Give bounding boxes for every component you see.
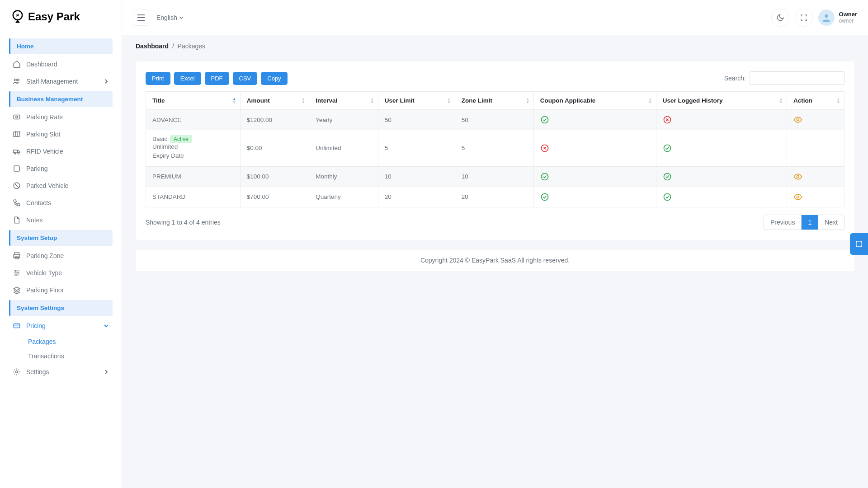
- user-role: owner: [839, 18, 857, 24]
- check-icon: [663, 144, 780, 153]
- csv-button[interactable]: CSV: [233, 72, 258, 85]
- table-row: BasicActiveUnlimitedExpiry Date$0.00Unli…: [146, 130, 844, 167]
- nav-section: System Setup: [9, 230, 113, 246]
- sidebar-item-label: Vehicle Type: [26, 269, 62, 277]
- cell-interval: Monthly: [309, 166, 378, 187]
- svg-point-3: [17, 79, 19, 81]
- col-interval[interactable]: Interval▲▼: [309, 92, 378, 110]
- svg-rect-9: [14, 166, 19, 171]
- svg-point-15: [18, 272, 19, 274]
- view-button[interactable]: [793, 115, 838, 124]
- cell-amount: $0.00: [240, 130, 309, 167]
- cell-coupon: [533, 187, 656, 207]
- search-input[interactable]: [750, 71, 844, 85]
- check-icon: [540, 172, 650, 181]
- cell-interval: Unlimited: [309, 130, 378, 167]
- sidebar-item[interactable]: Parking Zone: [9, 247, 113, 264]
- cell-user-limit: 50: [378, 110, 455, 130]
- sidebar-item-label: RFID Vehicle: [26, 148, 63, 155]
- gear-icon: [13, 368, 21, 376]
- sidebar-subitem[interactable]: Packages: [24, 334, 113, 349]
- svg-point-19: [825, 14, 828, 17]
- fullscreen-button[interactable]: [795, 9, 813, 27]
- cell-zone-limit: 10: [455, 166, 533, 187]
- svg-point-5: [16, 116, 18, 118]
- cell-user-limit: 10: [378, 166, 455, 187]
- cell-zone-limit: 5: [455, 130, 533, 167]
- sidebar-item[interactable]: RFID Vehicle: [9, 143, 113, 160]
- settings-fab[interactable]: [850, 233, 868, 255]
- sidebar-item[interactable]: Parking Rate: [9, 108, 113, 126]
- col-user-limit[interactable]: User Limit▲▼: [378, 92, 455, 110]
- sort-icon: ▲▼: [836, 98, 840, 104]
- square-icon: [13, 164, 21, 173]
- search-label: Search:: [724, 75, 746, 82]
- svg-point-33: [856, 245, 857, 247]
- sidebar-item[interactable]: Pricing: [9, 317, 113, 334]
- user-menu[interactable]: Owner owner: [818, 9, 857, 26]
- cell-history: [656, 110, 787, 130]
- sort-icon: ▲▼: [447, 98, 451, 104]
- svg-point-25: [541, 173, 548, 180]
- col-action[interactable]: Action▲▼: [787, 92, 844, 110]
- cell-amount: $1200.00: [240, 110, 309, 130]
- col-coupon-applicable[interactable]: Coupon Applicable▲▼: [533, 92, 656, 110]
- excel-button[interactable]: Excel: [174, 72, 201, 85]
- prev-page[interactable]: Previous: [764, 215, 802, 230]
- svg-point-22: [797, 119, 799, 121]
- svg-point-18: [16, 371, 18, 373]
- sidebar-item[interactable]: Staff Management: [9, 73, 113, 90]
- view-button[interactable]: [793, 192, 838, 202]
- col-amount[interactable]: Amount▲▼: [240, 92, 309, 110]
- pdf-button[interactable]: PDF: [205, 72, 229, 85]
- cell-zone-limit: 50: [455, 110, 533, 130]
- sidebar-item[interactable]: Parking: [9, 160, 113, 177]
- next-page[interactable]: Next: [818, 215, 844, 230]
- svg-rect-6: [14, 150, 18, 153]
- copy-button[interactable]: Copy: [261, 72, 287, 85]
- sidebar-item[interactable]: Notes: [9, 211, 113, 229]
- file-icon: [13, 216, 21, 224]
- sidebar-subitem[interactable]: Transactions: [24, 349, 113, 363]
- col-title[interactable]: Title▲▼: [146, 92, 241, 110]
- dark-mode-button[interactable]: [771, 9, 789, 27]
- svg-point-28: [541, 193, 548, 200]
- svg-point-8: [18, 153, 19, 154]
- view-button[interactable]: [793, 172, 838, 181]
- card-icon: [13, 322, 21, 330]
- phone-icon: [13, 199, 21, 207]
- cell-interval: Quarterly: [309, 187, 378, 207]
- svg-point-32: [860, 241, 862, 242]
- svg-point-14: [15, 270, 16, 272]
- col-zone-limit[interactable]: Zone Limit▲▼: [455, 92, 533, 110]
- svg-point-2: [14, 79, 17, 81]
- sidebar-item[interactable]: Parking Slot: [9, 126, 113, 143]
- sidebar-item[interactable]: Vehicle Type: [9, 264, 113, 282]
- sidebar-item[interactable]: Dashboard: [9, 56, 113, 73]
- menu-toggle-button[interactable]: [133, 9, 149, 26]
- print-button[interactable]: Print: [146, 72, 170, 85]
- sidebar-item[interactable]: Contacts: [9, 194, 113, 211]
- language-select[interactable]: English: [156, 14, 184, 21]
- dollar-icon: [13, 113, 21, 121]
- col-user-logged-history[interactable]: User Logged History▲▼: [656, 92, 787, 110]
- sidebar-item[interactable]: Parking Floor: [9, 282, 113, 299]
- cell-user-limit: 20: [378, 187, 455, 207]
- sidebar-item[interactable]: Settings: [9, 363, 113, 380]
- svg-point-29: [664, 193, 670, 200]
- sidebar-item-label: Dashboard: [26, 61, 57, 68]
- svg-point-30: [797, 196, 799, 198]
- sidebar-item[interactable]: Parked Vehicle: [9, 177, 113, 194]
- sliders-icon: [13, 269, 21, 277]
- entries-info: Showing 1 to 4 of 4 entries: [146, 219, 221, 226]
- table-row: PREMIUM$100.00Monthly1010: [146, 166, 844, 187]
- page-1[interactable]: 1: [802, 215, 818, 230]
- layers-icon: [13, 286, 21, 294]
- print-icon: [13, 252, 21, 260]
- packages-card: PrintExcelPDFCSVCopy Search: Title▲▼Amou…: [136, 61, 854, 240]
- nav-section: Home: [9, 38, 113, 54]
- cell-amount: $700.00: [240, 187, 309, 207]
- logo[interactable]: P Easy Park: [0, 0, 122, 33]
- table-row: STANDARD$700.00Quarterly2020: [146, 187, 844, 207]
- breadcrumb-root[interactable]: Dashboard: [136, 42, 169, 50]
